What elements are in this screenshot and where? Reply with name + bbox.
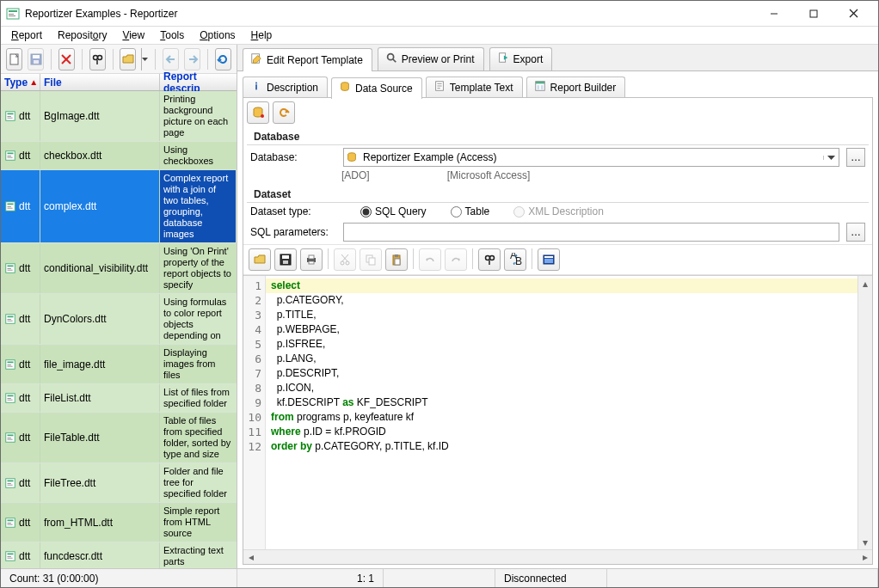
table-row[interactable]: dttfile_image.dttDisplaying images from … — [1, 345, 237, 384]
col-type[interactable]: Type▲ — [1, 74, 40, 90]
find-text-button[interactable] — [478, 248, 501, 271]
subtab-description[interactable]: Description — [243, 77, 328, 98]
open-button[interactable] — [120, 48, 136, 70]
radio-sql[interactable]: SQL Query — [360, 205, 427, 217]
table-row[interactable]: dttfrom_HTML.dttSimple report from HTML … — [1, 503, 237, 542]
menu-repository[interactable]: Repository — [51, 28, 114, 43]
table-row[interactable]: dttBgImage.dttPrinting background pictur… — [1, 91, 237, 142]
save-button[interactable] — [28, 48, 44, 70]
svg-rect-53 — [8, 480, 14, 481]
top-tabbar: Edit Report TemplatePreview or PrintExpo… — [237, 45, 878, 70]
table-row[interactable]: dttcomplex.dttComplex report with a join… — [1, 170, 237, 243]
svg-rect-5 — [810, 10, 817, 17]
menu-help[interactable]: Help — [244, 28, 280, 43]
open-dropdown[interactable] — [141, 48, 148, 70]
svg-rect-38 — [8, 319, 11, 320]
sql-params-input[interactable] — [343, 223, 839, 242]
titlebar: Reportizer Examples - Reportizer — [1, 1, 878, 27]
vertical-scrollbar[interactable]: ▴ ▾ — [857, 276, 872, 549]
svg-rect-35 — [8, 270, 13, 271]
tab-preview-or-print[interactable]: Preview or Print — [378, 47, 484, 70]
status-empty1 — [384, 569, 495, 587]
redo-button[interactable] — [445, 248, 467, 271]
radio-table[interactable]: Table — [451, 205, 490, 217]
sql-open-button[interactable] — [249, 248, 271, 271]
editor-code[interactable]: select p.CATEGORY, p.TITLE, p.WEBPAGE, p… — [266, 276, 857, 549]
scroll-right-icon[interactable]: ▸ — [859, 552, 870, 563]
col-file[interactable]: File — [40, 74, 160, 90]
svg-rect-105 — [395, 259, 400, 265]
table-row[interactable]: dttDynColors.dttUsing formulas to color … — [1, 294, 237, 345]
menu-options[interactable]: Options — [193, 28, 242, 43]
tab-edit-report-template[interactable]: Edit Report Template — [243, 48, 372, 71]
replace-button[interactable]: AB — [504, 248, 526, 271]
svg-rect-104 — [395, 254, 398, 257]
svg-rect-23 — [8, 118, 13, 119]
svg-rect-58 — [8, 523, 11, 524]
svg-rect-26 — [8, 156, 11, 156]
info-icon — [250, 80, 262, 95]
undo-button[interactable] — [419, 248, 441, 271]
copy-button[interactable] — [360, 248, 382, 271]
menu-view[interactable]: View — [115, 28, 151, 43]
maximize-button[interactable] — [794, 2, 833, 26]
svg-rect-33 — [8, 266, 14, 267]
svg-line-74 — [393, 59, 396, 63]
delete-button[interactable] — [58, 48, 75, 70]
menu-tools[interactable]: Tools — [153, 28, 191, 43]
paste-button[interactable] — [385, 248, 408, 271]
table-row[interactable]: dttconditional_visibility.dttUsing 'On P… — [1, 243, 237, 294]
sql-visual-button[interactable] — [538, 248, 560, 271]
col-desc[interactable]: Report descrip — [160, 74, 237, 90]
prev-button[interactable] — [163, 48, 179, 70]
horizontal-scrollbar[interactable]: ◂ ▸ — [243, 549, 872, 564]
svg-rect-10 — [33, 55, 40, 58]
tab-export[interactable]: Export — [489, 47, 553, 70]
chevron-down-icon[interactable] — [823, 156, 839, 160]
sql-editor[interactable]: 123456789101112 select p.CATEGORY, p.TIT… — [243, 275, 872, 549]
sql-params-browse-button[interactable]: … — [846, 223, 865, 242]
next-button[interactable] — [184, 48, 200, 70]
db-icon — [339, 81, 351, 95]
new-button[interactable] — [6, 48, 22, 70]
data-source-panel: Database Database: Reportizer Example (A… — [243, 97, 873, 565]
sql-save-button[interactable] — [274, 248, 297, 271]
svg-rect-59 — [8, 524, 13, 524]
svg-rect-112 — [544, 256, 553, 258]
grid-body[interactable]: dttBgImage.dttPrinting background pictur… — [1, 91, 237, 568]
tpl-icon — [433, 80, 446, 95]
svg-rect-61 — [8, 554, 14, 555]
svg-rect-57 — [8, 519, 14, 521]
scroll-left-icon[interactable]: ◂ — [245, 552, 256, 563]
table-row[interactable]: dttcheckbox.dttUsing checkboxes — [1, 142, 237, 170]
table-row[interactable]: dttFileTree.dttFolder and file tree for … — [1, 463, 237, 503]
subtab-data-source[interactable]: Data Source — [331, 77, 422, 99]
minimize-button[interactable] — [754, 2, 794, 26]
table-row[interactable]: dttfuncdescr.dttExtracting text parts — [1, 542, 237, 568]
svg-rect-37 — [8, 316, 14, 318]
svg-point-107 — [490, 256, 495, 260]
refresh-button[interactable] — [215, 48, 231, 70]
cut-button[interactable] — [334, 248, 356, 271]
table-row[interactable]: dttFileList.dttList of files from specif… — [1, 384, 237, 413]
svg-rect-84 — [535, 82, 544, 84]
subtab-template-text[interactable]: Template Text — [426, 77, 523, 98]
menu-report[interactable]: Report — [4, 28, 49, 43]
svg-line-99 — [342, 254, 348, 261]
db-connect-button[interactable] — [247, 101, 269, 124]
close-button[interactable] — [833, 2, 873, 26]
db-icon — [344, 151, 360, 163]
database-combo[interactable]: Reportizer Example (Access) — [343, 148, 839, 167]
table-row[interactable]: dttFileTable.dttTable of files from spec… — [1, 413, 237, 463]
svg-line-100 — [341, 254, 347, 261]
svg-rect-1 — [9, 10, 17, 12]
find-button[interactable] — [89, 48, 106, 70]
scroll-up-icon[interactable]: ▴ — [860, 278, 871, 289]
svg-rect-30 — [8, 206, 11, 207]
scroll-down-icon[interactable]: ▾ — [860, 536, 871, 548]
svg-rect-41 — [8, 361, 14, 363]
subtab-report-builder[interactable]: Report Builder — [526, 77, 626, 98]
database-browse-button[interactable]: … — [846, 148, 865, 167]
db-revert-button[interactable] — [273, 101, 295, 124]
sql-print-button[interactable] — [300, 248, 323, 271]
